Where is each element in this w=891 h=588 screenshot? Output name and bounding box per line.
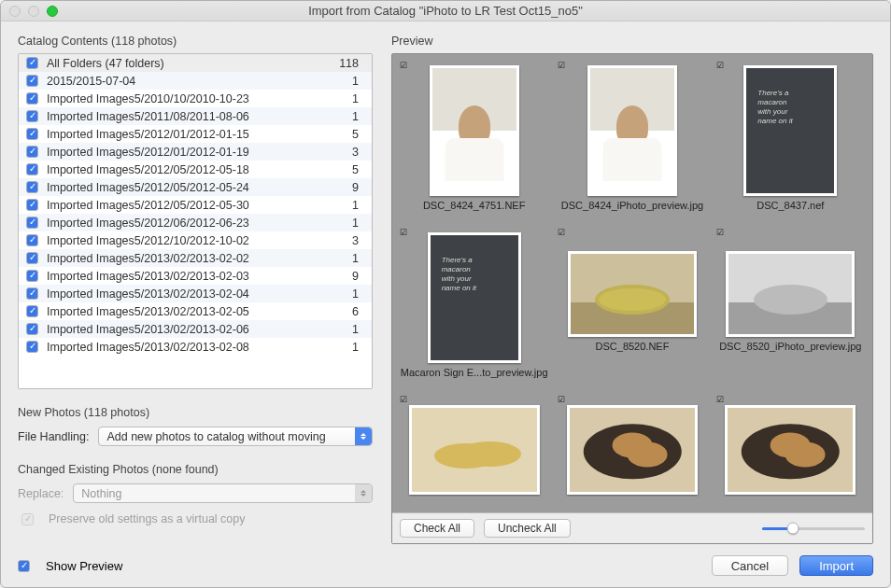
- folder-name: Imported Images5/2013/02/2013-02-06: [47, 323, 352, 336]
- thumbnail-cell[interactable]: ☑: [556, 394, 708, 497]
- catalog-row[interactable]: Imported Images5/2012/01/2012-01-193: [19, 143, 372, 161]
- folder-checkbox[interactable]: [26, 287, 38, 300]
- folder-checkbox[interactable]: [26, 146, 38, 158]
- preview-header: Preview: [391, 35, 873, 48]
- thumbnail-image: [587, 65, 677, 196]
- thumbnail-filename: DSC_8424_iPhoto_preview.jpg: [556, 200, 708, 211]
- folder-checkbox[interactable]: [26, 75, 38, 87]
- catalog-row[interactable]: Imported Images5/2013/02/2013-02-081: [19, 338, 372, 356]
- thumbnail-filename: DSC_8437.nef: [714, 200, 867, 211]
- thumbnail-cell[interactable]: ☑DSC_8520.NEF: [556, 227, 708, 388]
- uncheck-all-button[interactable]: Uncheck All: [484, 519, 571, 538]
- catalog-row[interactable]: Imported Images5/2012/01/2012-01-155: [19, 125, 372, 143]
- show-preview-label: Show Preview: [46, 559, 122, 573]
- file-handling-select[interactable]: Add new photos to catalog without moving: [98, 427, 373, 446]
- thumbnail-grid[interactable]: ☑DSC_8424_4751.NEF☑DSC_8424_iPhoto_previ…: [392, 54, 872, 512]
- catalog-row[interactable]: Imported Images5/2013/02/2013-02-021: [19, 249, 372, 267]
- catalog-row[interactable]: 2015/2015-07-041: [19, 72, 372, 90]
- folder-checkbox[interactable]: [26, 341, 38, 353]
- thumbnail-filename: DSC_8424_4751.NEF: [398, 200, 550, 211]
- thumbnail-image: [430, 65, 519, 196]
- catalog-row[interactable]: Imported Images5/2011/08/2011-08-061: [19, 107, 372, 125]
- thumbnail-checkbox[interactable]: ☑: [716, 396, 725, 404]
- folder-checkbox[interactable]: [26, 234, 38, 246]
- thumbnail-checkbox[interactable]: ☑: [716, 229, 725, 237]
- import-button[interactable]: Import: [799, 555, 873, 576]
- folder-name: Imported Images5/2013/02/2013-02-03: [47, 270, 352, 283]
- folder-count: 6: [352, 305, 364, 318]
- folder-checkbox[interactable]: [26, 305, 38, 317]
- thumbnail-image: [567, 405, 698, 495]
- catalog-row[interactable]: Imported Images5/2012/05/2012-05-185: [19, 161, 372, 178]
- folder-name: Imported Images5/2012/05/2012-05-18: [47, 163, 352, 176]
- thumbnail-checkbox[interactable]: ☑: [558, 396, 566, 404]
- folder-checkbox[interactable]: [26, 270, 38, 282]
- folder-count: 1: [352, 341, 364, 354]
- replace-label: Replace:: [18, 487, 64, 500]
- thumbnail-checkbox[interactable]: ☑: [558, 62, 566, 70]
- catalog-row[interactable]: All Folders (47 folders)118: [19, 54, 372, 72]
- thumbnail-size-slider[interactable]: [762, 522, 865, 535]
- folder-name: Imported Images5/2011/08/2011-08-06: [47, 110, 352, 123]
- catalog-row[interactable]: Imported Images5/2010/10/2010-10-231: [19, 90, 372, 107]
- thumbnail-cell[interactable]: ☑DSC_8520_iPhoto_preview.jpg: [714, 227, 867, 388]
- catalog-row[interactable]: Imported Images5/2012/05/2012-05-249: [19, 178, 372, 196]
- show-preview-checkbox[interactable]: [18, 560, 30, 572]
- changed-photos-header: Changed Existing Photos (none found): [18, 463, 373, 476]
- thumbnail-cell[interactable]: ☑Macaron Sign E...to_preview.jpg: [398, 227, 550, 388]
- file-handling-value: Add new photos to catalog without moving: [106, 430, 325, 443]
- thumbnail-cell[interactable]: ☑DSC_8424_iPhoto_preview.jpg: [556, 60, 708, 221]
- folder-count: 1: [352, 217, 364, 230]
- folder-name: All Folders (47 folders): [47, 57, 339, 70]
- titlebar: Import from Catalog "iPhoto to LR Test O…: [1, 1, 890, 21]
- folder-checkbox[interactable]: [26, 110, 38, 122]
- thumbnail-cell[interactable]: ☑DSC_8424_4751.NEF: [398, 60, 550, 221]
- thumbnail-checkbox[interactable]: ☑: [716, 62, 725, 70]
- folder-count: 1: [352, 199, 364, 212]
- preserve-label: Preserve old settings as a virtual copy: [49, 512, 246, 525]
- cancel-button[interactable]: Cancel: [712, 555, 788, 576]
- folder-checkbox[interactable]: [26, 92, 38, 105]
- folder-count: 5: [352, 163, 364, 176]
- thumbnail-cell[interactable]: ☑: [714, 394, 867, 497]
- catalog-folder-list[interactable]: All Folders (47 folders)1182015/2015-07-…: [18, 53, 373, 389]
- folder-checkbox[interactable]: [26, 163, 38, 175]
- catalog-row[interactable]: Imported Images5/2013/02/2013-02-041: [19, 285, 372, 302]
- thumbnail-image: [568, 251, 697, 337]
- preserve-checkbox: [21, 513, 34, 525]
- folder-checkbox[interactable]: [26, 57, 38, 69]
- folder-count: 3: [352, 146, 364, 159]
- thumbnail-filename: DSC_8520.NEF: [556, 341, 708, 352]
- new-photos-header: New Photos (118 photos): [18, 406, 373, 419]
- replace-select: Nothing: [73, 483, 373, 503]
- catalog-row[interactable]: Imported Images5/2013/02/2013-02-061: [19, 320, 372, 338]
- folder-count: 3: [352, 234, 364, 247]
- folder-checkbox[interactable]: [26, 181, 38, 193]
- thumbnail-checkbox[interactable]: ☑: [400, 62, 408, 70]
- catalog-row[interactable]: Imported Images5/2013/02/2013-02-056: [19, 302, 372, 320]
- thumbnail-cell[interactable]: ☑: [398, 394, 550, 497]
- catalog-row[interactable]: Imported Images5/2013/02/2013-02-039: [19, 267, 372, 285]
- folder-checkbox[interactable]: [26, 199, 38, 211]
- check-all-button[interactable]: Check All: [400, 519, 474, 538]
- thumbnail-checkbox[interactable]: ☑: [558, 229, 566, 237]
- thumbnail-image: [725, 405, 856, 495]
- folder-checkbox[interactable]: [26, 128, 38, 140]
- folder-checkbox[interactable]: [26, 217, 38, 229]
- catalog-row[interactable]: Imported Images5/2012/06/2012-06-231: [19, 214, 372, 231]
- thumbnail-filename: DSC_8520_iPhoto_preview.jpg: [714, 341, 867, 352]
- thumbnail-cell[interactable]: ☑DSC_8437.nef: [714, 60, 867, 221]
- folder-count: 5: [352, 128, 364, 141]
- folder-checkbox[interactable]: [26, 252, 38, 264]
- preview-panel: ☑DSC_8424_4751.NEF☑DSC_8424_iPhoto_previ…: [391, 53, 873, 544]
- catalog-contents-header: Catalog Contents (118 photos): [18, 35, 373, 48]
- window-title: Import from Catalog "iPhoto to LR Test O…: [1, 4, 890, 18]
- catalog-row[interactable]: Imported Images5/2012/05/2012-05-301: [19, 196, 372, 214]
- thumbnail-checkbox[interactable]: ☑: [400, 229, 408, 237]
- folder-count: 118: [339, 57, 364, 70]
- thumbnail-checkbox[interactable]: ☑: [400, 396, 408, 404]
- catalog-row[interactable]: Imported Images5/2012/10/2012-10-023: [19, 231, 372, 249]
- folder-checkbox[interactable]: [26, 323, 38, 335]
- thumbnail-image: [428, 232, 521, 363]
- dropdown-icon: [355, 484, 372, 502]
